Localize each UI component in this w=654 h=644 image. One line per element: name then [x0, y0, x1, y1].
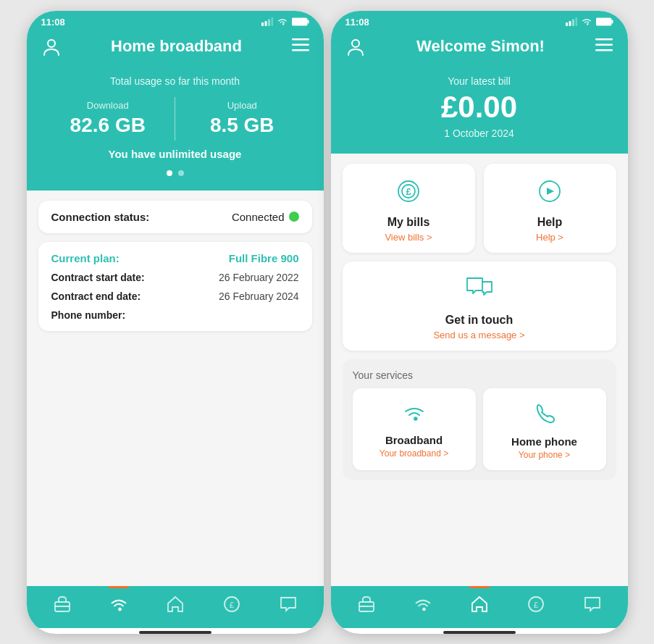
help-card[interactable]: Help Help > [484, 164, 616, 253]
plan-card: Current plan: Full Fibre 900 Contract st… [38, 242, 312, 331]
nav-item-wifi[interactable] [91, 595, 147, 614]
plan-end-row: Contract end date: 26 February 2024 [51, 290, 299, 302]
connection-label: Connection status: [51, 211, 150, 223]
connected-indicator [289, 212, 299, 222]
battery-icon-r [596, 17, 613, 26]
svg-rect-14 [566, 22, 568, 26]
broadband-service-card[interactable]: Broadband Your broadband > [353, 388, 476, 470]
bill-amount: £0.00 [345, 90, 613, 125]
dot-2[interactable] [178, 170, 184, 176]
start-value: 26 February 2022 [219, 272, 299, 283]
wifi-nav-icon [109, 595, 128, 614]
svg-text:£: £ [406, 186, 411, 197]
help-card-icon [537, 178, 563, 210]
bills-card-icon: £ [395, 178, 422, 210]
get-in-touch-card[interactable]: Get in touch Send us a message > [343, 262, 616, 351]
message-icon [279, 595, 298, 614]
end-label: Contract end date: [51, 290, 141, 302]
nav-item-bills[interactable]: £ [204, 595, 260, 614]
active-bar [109, 586, 129, 588]
connection-status-card: Connection status: Connected [38, 201, 312, 233]
bills-icon: £ [222, 595, 241, 614]
nav-item-wifi-r[interactable] [395, 595, 451, 614]
header-right: Welcome Simon! [331, 30, 628, 68]
svg-rect-4 [292, 18, 307, 25]
svg-rect-15 [569, 21, 571, 26]
help-link[interactable]: Help > [536, 232, 563, 243]
svg-rect-9 [292, 49, 309, 51]
home-icon [166, 595, 185, 614]
svg-rect-23 [595, 49, 613, 51]
services-section: Your services Broadband Your broadband [343, 359, 616, 480]
right-phone: 11:08 [331, 11, 628, 634]
view-bills-link[interactable]: View bills > [385, 232, 432, 243]
wifi-nav-icon-r [414, 595, 432, 614]
upload-value: 8.5 GB [175, 114, 309, 137]
svg-rect-0 [261, 22, 264, 26]
broadband-link[interactable]: Your broadband > [380, 448, 448, 459]
get-in-touch-title: Get in touch [445, 314, 513, 327]
svg-rect-7 [292, 38, 309, 41]
current-plan-value: Full Fibre 900 [229, 252, 299, 264]
svg-rect-18 [596, 18, 611, 25]
svg-marker-28 [547, 188, 554, 195]
nav-item-home-r[interactable] [451, 595, 508, 614]
services-label: Your services [353, 369, 606, 381]
time-right: 11:08 [345, 17, 369, 28]
svg-point-6 [48, 40, 55, 47]
home-icon-r [470, 595, 489, 614]
right-body: £ My bills View bills > Help H [331, 154, 628, 586]
profile-icon[interactable] [41, 36, 62, 57]
svg-text:£: £ [533, 601, 537, 609]
svg-rect-5 [307, 20, 309, 24]
nav-item-message[interactable] [260, 595, 316, 614]
my-bills-card[interactable]: £ My bills View bills > [343, 164, 475, 253]
status-icons-left [261, 17, 309, 26]
connection-value: Connected [232, 211, 299, 223]
svg-point-20 [352, 40, 359, 47]
nav-item-box[interactable] [34, 595, 91, 614]
nav-item-box-r[interactable] [338, 595, 395, 614]
nav-item-bills-r[interactable]: £ [508, 595, 564, 614]
hero-stats: Download 82.6 GB Upload 8.5 GB [41, 97, 309, 141]
right-header-title: Welcome Simon! [416, 37, 545, 56]
svg-text:£: £ [229, 601, 233, 609]
cards-grid: £ My bills View bills > Help H [343, 164, 616, 351]
wifi-icon-r [581, 17, 592, 26]
services-grid: Broadband Your broadband > Home phone Yo… [353, 388, 606, 470]
current-plan-label: Current plan: [51, 252, 120, 264]
signal-icon [261, 17, 273, 26]
start-label: Contract start date: [51, 272, 145, 283]
download-stat: Download 82.6 GB [41, 100, 175, 137]
home-phone-service-card[interactable]: Home phone Your phone > [483, 388, 606, 470]
plan-start-row: Contract start date: 26 February 2022 [51, 272, 299, 283]
home-phone-link[interactable]: Your phone > [519, 450, 570, 460]
broadband-service-icon [403, 403, 426, 428]
bill-date: 1 October 2024 [345, 127, 613, 139]
left-header-title: Home broadband [111, 37, 242, 56]
nav-item-message-r[interactable] [564, 595, 621, 614]
message-card-icon [465, 276, 494, 308]
svg-rect-21 [595, 38, 613, 41]
menu-icon-left[interactable] [292, 38, 309, 54]
status-bar-left: 11:08 [27, 11, 324, 30]
home-phone-title: Home phone [511, 435, 577, 448]
battery-icon [292, 17, 309, 26]
bill-label: Your latest bill [345, 75, 613, 87]
phone-svg-icon [534, 403, 555, 425]
left-body: Connection status: Connected Current pla… [27, 191, 324, 586]
svg-rect-3 [271, 17, 273, 26]
hero-subtitle: Total usage so far this month [41, 75, 309, 87]
svg-rect-17 [575, 17, 577, 26]
bills-icon-r: £ [527, 595, 545, 614]
profile-icon-r[interactable] [345, 36, 366, 57]
menu-icon-right[interactable] [595, 38, 613, 54]
send-message-link[interactable]: Send us a message > [433, 330, 524, 340]
wifi-icon [277, 17, 288, 26]
nav-item-home[interactable] [147, 595, 204, 614]
signal-icon-r [566, 17, 577, 26]
carousel-dots [41, 170, 309, 176]
unlimited-text: You have unlimited usage [41, 148, 309, 160]
dot-1[interactable] [167, 170, 172, 176]
welcome-hero: Your latest bill £0.00 1 October 2024 [331, 68, 628, 154]
